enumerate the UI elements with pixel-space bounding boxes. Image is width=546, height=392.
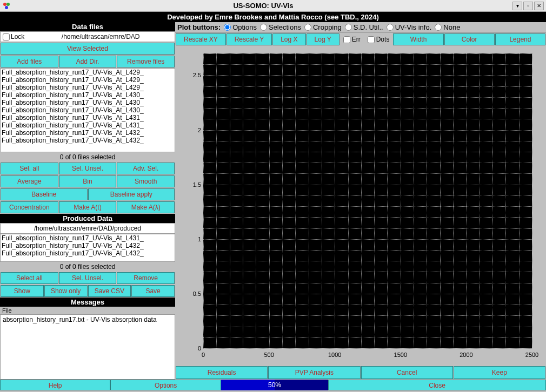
list-item[interactable]: Full_absorption_history_run17_UV-Vis_At_…: [1, 69, 175, 76]
log-x-button[interactable]: Log X: [272, 33, 305, 45]
save-button[interactable]: Save: [131, 285, 175, 297]
baseline-button[interactable]: Baseline: [1, 188, 88, 200]
log-y-button[interactable]: Log Y: [307, 33, 339, 45]
svg-point-1: [6, 3, 10, 6]
add-files-button[interactable]: Add files: [1, 56, 58, 67]
adv-sel-button[interactable]: Adv. Sel.: [117, 163, 175, 174]
show-only-button[interactable]: Show only: [44, 285, 88, 297]
datafiles-header: Data files: [0, 22, 175, 31]
save-csv-button[interactable]: Save CSV: [88, 285, 131, 297]
close-window-button[interactable]: ✕: [534, 2, 544, 10]
plot-canvas[interactable]: 00.511.522.505001000150020002500: [179, 49, 540, 364]
files-list[interactable]: Full_absorption_history_run17_UV-Vis_At_…: [0, 68, 175, 152]
list-item[interactable]: Full_absorption_history_run17_UV-Vis_At_…: [1, 91, 175, 99]
concentration-button[interactable]: Concentration: [1, 201, 58, 213]
plot-tool-row: Rescale XY Rescale Y Log X Log Y Err Dot…: [175, 33, 546, 46]
list-item[interactable]: Full_absorption_history_run17_UV-Vis_At_…: [1, 249, 175, 257]
rescale-xy-button[interactable]: Rescale XY: [176, 33, 226, 45]
help-button[interactable]: Help: [0, 380, 110, 390]
list-item[interactable]: Full_absorption_history_run17_UV-Vis_At_…: [1, 84, 175, 91]
subtitle-bar: Developed by Emre Brookes and Mattia Roc…: [0, 12, 546, 22]
legend-button[interactable]: Legend: [495, 33, 545, 45]
sel-unsel-button[interactable]: Sel. Unsel.: [59, 163, 117, 174]
dots-checkbox[interactable]: Dots: [364, 36, 393, 43]
p-select-all-button[interactable]: Select all: [1, 272, 58, 284]
svg-point-0: [3, 3, 6, 6]
list-item[interactable]: Full_absorption_history_run17_UV-Vis_At_…: [1, 99, 175, 106]
smooth-button[interactable]: Smooth: [117, 175, 175, 187]
list-item[interactable]: Full_absorption_history_run17_UV-Vis_At_…: [1, 234, 175, 242]
produced-header: Produced Data: [0, 214, 175, 223]
list-item[interactable]: Full_absorption_history_run17_UV-Vis_At_…: [1, 114, 175, 121]
add-dir-button[interactable]: Add Dir.: [59, 56, 117, 67]
produced-list[interactable]: Full_absorption_history_run17_UV-Vis_At_…: [0, 234, 175, 262]
left-panel: Data files Lock /home/ultrascan/emre/DAD…: [0, 22, 175, 380]
plot-buttons-row: Plot buttons: Options Selections Croppin…: [175, 22, 546, 33]
plot-area: 00.511.522.505001000150020002500: [175, 46, 546, 366]
files-status: 0 of 0 files selected: [0, 152, 175, 162]
list-item[interactable]: Full_absorption_history_run17_UV-Vis_At_…: [1, 121, 175, 129]
radio-options[interactable]: Options: [224, 23, 257, 31]
average-button[interactable]: Average: [1, 175, 58, 187]
lock-checkbox[interactable]: Lock: [1, 32, 26, 42]
radio-uvvis-info[interactable]: UV-Vis info.: [387, 23, 432, 31]
right-panel: Plot buttons: Options Selections Croppin…: [175, 22, 546, 380]
residuals-button[interactable]: Residuals: [176, 366, 268, 379]
make-al-button[interactable]: Make A(λ): [117, 201, 175, 213]
messages-header: Messages: [0, 298, 175, 307]
svg-point-2: [5, 6, 8, 9]
show-button[interactable]: Show: [1, 285, 44, 297]
p-remove-button[interactable]: Remove: [117, 272, 175, 284]
list-item[interactable]: Full_absorption_history_run17_UV-Vis_At_…: [1, 242, 175, 249]
maximize-button[interactable]: ▫: [523, 2, 533, 10]
list-item[interactable]: Full_absorption_history_run17_UV-Vis_At_…: [1, 129, 175, 137]
width-button[interactable]: Width: [393, 33, 443, 45]
plot-buttons-label: Plot buttons:: [177, 23, 221, 31]
path-display: /home/ultrascan/emre/DAD: [26, 32, 175, 42]
window-title: US-SOMO: UV-Vis: [14, 2, 512, 10]
keep-button[interactable]: Keep: [454, 366, 545, 379]
messages-box[interactable]: absorption_history_run17.txt - UV-Vis ab…: [0, 314, 175, 380]
color-button[interactable]: Color: [444, 33, 495, 45]
baseline-apply-button[interactable]: Baseline apply: [88, 188, 175, 200]
radio-sd-util[interactable]: S.D. Util..: [345, 23, 383, 31]
pvp-button[interactable]: PVP Analysis: [268, 366, 360, 379]
options-button[interactable]: Options: [110, 380, 221, 390]
close-button[interactable]: Close: [328, 380, 546, 390]
view-selected-button[interactable]: View Selected: [1, 43, 175, 55]
remove-files-button[interactable]: Remove files: [117, 56, 175, 67]
p-sel-unsel-button[interactable]: Sel. Unsel.: [59, 272, 117, 284]
list-item[interactable]: Full_absorption_history_run17_UV-Vis_At_…: [1, 137, 175, 144]
titlebar: US-SOMO: UV-Vis ▾ ▫ ✕: [0, 0, 546, 12]
cancel-button[interactable]: Cancel: [361, 366, 453, 379]
footer: Help Options 50% Close: [0, 380, 546, 390]
minimize-button[interactable]: ▾: [512, 2, 522, 10]
app-icon: [2, 2, 11, 10]
msg-file-label: File: [0, 307, 175, 314]
radio-none[interactable]: None: [435, 23, 460, 31]
list-item[interactable]: Full_absorption_history_run17_UV-Vis_At_…: [1, 76, 175, 84]
radio-selections[interactable]: Selections: [260, 23, 301, 31]
produced-status: 0 of 0 files selected: [0, 262, 175, 272]
bin-button[interactable]: Bin: [59, 175, 117, 187]
progress-bar: 50%: [221, 380, 328, 390]
rescale-y-button[interactable]: Rescale Y: [227, 33, 272, 45]
produced-path: /home/ultrascan/emre/DAD/produced: [0, 223, 175, 234]
make-at-button[interactable]: Make A(t): [59, 201, 117, 213]
list-item[interactable]: Full_absorption_history_run17_UV-Vis_At_…: [1, 106, 175, 114]
err-checkbox[interactable]: Err: [340, 36, 364, 43]
sel-all-button[interactable]: Sel. all: [1, 163, 58, 174]
radio-cropping[interactable]: Cropping: [304, 23, 342, 31]
